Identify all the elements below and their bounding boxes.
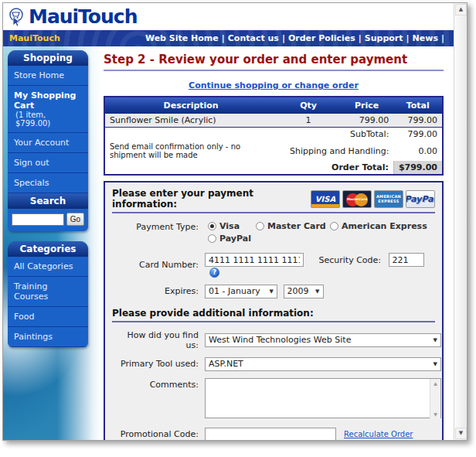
col-price: Price — [340, 97, 393, 114]
chevron-down-icon: ▼ — [315, 288, 319, 295]
categories-panel: Categories All Categories Training Cours… — [8, 241, 88, 347]
payment-type-label: Payment Type: — [112, 222, 199, 232]
order-total-value: $799.00 — [393, 161, 443, 175]
navbar-brand[interactable]: MauiTouch — [9, 33, 60, 43]
expires-label: Expires: — [112, 286, 199, 296]
sidebar: Shopping Store Home My Shopping Cart (1 … — [8, 50, 88, 347]
card-logos: VISA MasterCard AMERICAN EXPRESS PayPal — [311, 190, 435, 208]
order-item-row: Sunflower Smile (Acrylic) 1 799.00 799.0… — [104, 114, 443, 128]
site-logo[interactable]: MauiTouch — [8, 7, 137, 26]
find-us-label: How did you find us: — [112, 330, 199, 350]
payment-panel: Please enter your payment information: V… — [104, 181, 444, 440]
nav-link-contact[interactable]: Contact us — [228, 33, 279, 43]
primary-tool-row: Primary Tool used: ASP.NET▼ — [112, 357, 435, 371]
nav-link-policies[interactable]: Order Policies — [288, 33, 355, 43]
sidebar-item-paintings[interactable]: Paintings — [8, 327, 88, 347]
chevron-down-icon: ▼ — [270, 288, 274, 295]
radio-mastercard[interactable]: Master Card — [256, 221, 330, 231]
cart-label: My Shopping Cart — [14, 90, 82, 111]
shopping-panel-header: Shopping — [8, 50, 88, 66]
shipping-value: 0.00 — [393, 141, 443, 161]
order-total-label: Order Total: — [104, 161, 393, 175]
cart-cursor-icon — [8, 8, 26, 26]
body-area: Shopping Store Home My Shopping Cart (1 … — [3, 46, 454, 440]
promo-label: Promotional Code: — [112, 429, 199, 439]
primary-tool-label: Primary Tool used: — [112, 359, 199, 369]
subtotal-value: 799.00 — [393, 128, 443, 142]
item-qty: 1 — [277, 114, 340, 128]
scrollbar-up-icon[interactable]: ▲ — [455, 4, 467, 15]
sidebar-item-your-account[interactable]: Your Account — [8, 133, 88, 153]
site-header: MauiTouch — [3, 3, 454, 30]
search-input[interactable] — [12, 213, 64, 226]
order-table-header-row: Description Qty Price Total — [104, 97, 443, 114]
page-title: Step 2 - Review your order and enter pay… — [104, 53, 444, 71]
amex-logo-icon: AMERICAN EXPRESS — [374, 190, 403, 208]
shopping-panel: Shopping Store Home My Shopping Cart (1 … — [8, 50, 88, 231]
cart-detail: (1 item, $799.00) — [14, 111, 82, 128]
payment-section-header: Please enter your payment information: V… — [112, 188, 435, 213]
search-row: Go — [8, 209, 88, 231]
continue-link-row: Continue shopping or change order — [104, 77, 444, 91]
find-us-select[interactable]: West Wind Technologies Web Site▼ — [205, 333, 441, 347]
sidebar-item-specials[interactable]: Specials — [8, 173, 88, 193]
primary-tool-select[interactable]: ASP.NET▼ — [205, 357, 441, 371]
sidebar-item-training-courses[interactable]: Training Courses — [8, 277, 88, 307]
radio-paypal-circle[interactable] — [208, 234, 216, 243]
radio-visa[interactable]: Visa — [208, 221, 256, 231]
radio-mastercard-circle[interactable] — [256, 222, 264, 230]
col-total: Total — [393, 97, 443, 114]
item-price: 799.00 — [340, 114, 393, 128]
scrollbar-down-icon[interactable]: ▼ — [455, 428, 467, 439]
radio-amex[interactable]: American Express — [330, 221, 427, 231]
radio-visa-circle[interactable] — [208, 222, 216, 230]
subtotal-label: SubTotal: — [104, 128, 393, 142]
col-qty: Qty — [277, 97, 340, 114]
item-total: 799.00 — [393, 114, 443, 128]
comments-row: Comments: ▲▼ — [112, 378, 435, 421]
paypal-logo-icon: PayPal — [406, 190, 435, 208]
recalculate-order-link[interactable]: Recalculate Order — [344, 430, 413, 438]
logo-text: MauiTouch — [29, 7, 137, 26]
navbar-links: Web Site Home|Contact us|Order Policies|… — [145, 33, 447, 43]
security-code-help-icon[interactable]: ? — [209, 268, 219, 278]
order-total-row: Order Total: $799.00 — [104, 161, 443, 175]
chevron-down-icon: ▼ — [434, 361, 437, 367]
sidebar-item-sign-out[interactable]: Sign out — [8, 153, 88, 173]
item-description: Sunflower Smile (Acrylic) — [104, 114, 277, 128]
security-code-input[interactable] — [389, 253, 424, 267]
expires-year-select[interactable]: 2009▼ — [284, 285, 324, 298]
nav-link-home[interactable]: Web Site Home — [145, 33, 219, 43]
shipping-label: Shipping and Handling: — [277, 141, 393, 161]
promo-row: Promotional Code: Recalculate Order — [112, 428, 435, 441]
col-description: Description — [104, 97, 277, 114]
vertical-scrollbar[interactable]: ▲ ▼ — [454, 3, 467, 440]
radio-amex-circle[interactable] — [330, 222, 338, 230]
shipping-note: Send email confirmation only - no shipme… — [104, 141, 277, 161]
additional-info-header: Please provide additional information: — [112, 308, 435, 322]
top-navbar: MauiTouch Web Site Home|Contact us|Order… — [3, 30, 454, 46]
main-content: Step 2 - Review your order and enter pay… — [104, 53, 444, 440]
promo-code-input[interactable] — [205, 428, 336, 441]
security-code-label: Security Code: — [319, 255, 382, 265]
search-go-button[interactable]: Go — [66, 213, 84, 226]
card-number-input[interactable] — [205, 253, 304, 267]
payment-header-label: Please enter your payment information: — [112, 188, 311, 210]
chevron-down-icon: ▼ — [434, 337, 437, 343]
sidebar-item-shopping-cart[interactable]: My Shopping Cart (1 item, $799.00) — [8, 86, 88, 133]
comments-textarea[interactable] — [205, 378, 441, 418]
expires-month-select[interactable]: 01 - January▼ — [205, 285, 277, 298]
browser-window: MauiTouch MauiTouch Web Site Home|Contac… — [2, 2, 468, 441]
radio-paypal[interactable]: PayPal — [208, 234, 251, 244]
visa-logo-icon: VISA — [311, 190, 340, 208]
page: MauiTouch MauiTouch Web Site Home|Contac… — [3, 3, 454, 440]
payment-type-row: Payment Type: Visa Master Card American … — [112, 221, 435, 246]
sidebar-item-store-home[interactable]: Store Home — [8, 66, 88, 86]
sidebar-item-food[interactable]: Food — [8, 307, 88, 327]
nav-link-support[interactable]: Support — [365, 33, 403, 43]
sidebar-item-all-categories[interactable]: All Categories — [8, 257, 88, 277]
nav-link-news[interactable]: News — [413, 33, 438, 43]
card-number-row: Card Number: Security Code: ? — [112, 253, 435, 278]
continue-shopping-link[interactable]: Continue shopping or change order — [189, 80, 359, 90]
categories-panel-header: Categories — [8, 241, 88, 257]
